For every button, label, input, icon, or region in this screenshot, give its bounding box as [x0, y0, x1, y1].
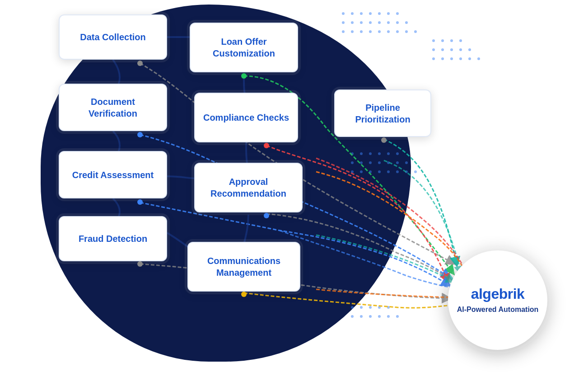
svg-point-11 [378, 21, 381, 24]
svg-point-14 [405, 21, 408, 24]
svg-point-18 [369, 30, 372, 33]
svg-point-2 [360, 12, 363, 15]
svg-point-30 [450, 48, 453, 51]
node-fraud-detection[interactable]: Fraud Detection [59, 216, 167, 261]
algebrik-circle: algebrik AI-Powered Automation [448, 250, 547, 350]
svg-point-13 [396, 21, 399, 24]
scene: Data Collection Loan Offer Customization… [0, 0, 588, 377]
svg-point-7 [342, 21, 345, 24]
svg-point-35 [450, 57, 453, 60]
svg-point-17 [360, 30, 363, 33]
svg-point-8 [351, 21, 354, 24]
brand-name: algebrik [471, 286, 525, 302]
svg-point-9 [360, 21, 363, 24]
svg-point-20 [387, 30, 390, 33]
svg-point-66 [360, 315, 363, 318]
svg-point-69 [387, 315, 390, 318]
svg-point-24 [432, 39, 435, 42]
svg-point-26 [450, 39, 453, 42]
node-document-verification[interactable]: Document Verification [59, 84, 167, 131]
svg-point-70 [396, 315, 399, 318]
svg-point-36 [459, 57, 462, 60]
node-pipeline-prioritization[interactable]: Pipeline Prioritization [334, 90, 431, 137]
node-document-verification-label: Document Verification [60, 91, 166, 124]
svg-point-15 [342, 30, 345, 33]
svg-point-28 [432, 48, 435, 51]
svg-point-23 [414, 30, 417, 33]
dot-document-verification [137, 132, 143, 137]
svg-point-31 [459, 48, 462, 51]
svg-point-19 [378, 30, 381, 33]
node-compliance-checks[interactable]: Compliance Checks [194, 93, 298, 142]
node-credit-assessment-label: Credit Assessment [65, 165, 161, 185]
svg-point-4 [378, 12, 381, 15]
svg-point-12 [387, 21, 390, 24]
node-compliance-checks-label: Compliance Checks [196, 107, 296, 128]
brand-subtitle: AI-Powered Automation [457, 305, 539, 315]
node-loan-offer[interactable]: Loan Offer Customization [190, 23, 298, 72]
dot-approval-recommendation [264, 213, 269, 218]
svg-point-33 [432, 57, 435, 60]
dot-credit-assessment [137, 199, 143, 205]
node-approval-recommendation-label: Approval Recommendation [195, 171, 302, 204]
node-loan-offer-label: Loan Offer Customization [191, 31, 297, 64]
dot-fraud-detection [137, 261, 143, 267]
svg-point-25 [441, 39, 444, 42]
svg-point-16 [351, 30, 354, 33]
node-data-collection[interactable]: Data Collection [59, 14, 167, 60]
svg-point-59 [414, 170, 417, 173]
svg-point-29 [441, 48, 444, 51]
svg-point-6 [396, 12, 399, 15]
svg-point-67 [369, 315, 372, 318]
node-fraud-detection-label: Fraud Detection [71, 228, 154, 249]
dot-compliance-checks [264, 143, 269, 148]
svg-point-32 [468, 48, 471, 51]
dot-data-collection [137, 61, 143, 66]
dot-pipeline-prioritization [381, 137, 387, 143]
node-data-collection-label: Data Collection [73, 27, 153, 47]
svg-point-65 [351, 315, 354, 318]
svg-point-61 [360, 306, 363, 309]
svg-point-64 [387, 306, 390, 309]
svg-point-63 [378, 306, 381, 309]
dot-loan-offer [241, 73, 247, 79]
svg-point-0 [342, 12, 345, 15]
svg-point-3 [369, 12, 372, 15]
node-approval-recommendation[interactable]: Approval Recommendation [194, 163, 303, 212]
svg-point-1 [351, 12, 354, 15]
svg-point-34 [441, 57, 444, 60]
svg-point-5 [387, 12, 390, 15]
svg-point-37 [468, 57, 471, 60]
svg-point-27 [459, 39, 462, 42]
svg-point-10 [369, 21, 372, 24]
node-pipeline-prioritization-label: Pipeline Prioritization [335, 97, 430, 130]
svg-point-38 [477, 57, 480, 60]
svg-point-62 [369, 306, 372, 309]
node-communications-management[interactable]: Communications Management [187, 242, 300, 292]
node-credit-assessment[interactable]: Credit Assessment [59, 151, 167, 198]
svg-point-21 [396, 30, 399, 33]
dot-communications-management [241, 292, 247, 297]
svg-point-68 [378, 315, 381, 318]
node-communications-management-label: Communications Management [188, 250, 299, 283]
svg-point-22 [405, 30, 408, 33]
